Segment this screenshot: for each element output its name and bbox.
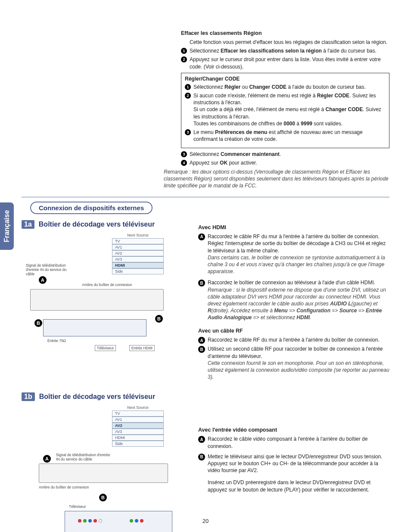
bullet-a-icon: A bbox=[198, 337, 205, 344]
code-step-2: 2 Si aucun code n'existe, l'élément de m… bbox=[185, 92, 386, 127]
marker-a-icon: A bbox=[43, 455, 51, 463]
section-heading: Connexion de dispositifs externes bbox=[30, 202, 153, 214]
code-box-title: Régler/Changer CODE bbox=[185, 76, 386, 82]
subsection-1a-header: 1a Boîtier de décodage vers téléviseur bbox=[22, 220, 185, 229]
bullet-2-icon: 2 bbox=[181, 56, 187, 62]
source-header: Next Source bbox=[112, 233, 164, 237]
rf-step-b: B Utilisez un second câble RF pour racco… bbox=[198, 345, 389, 380]
connector-panel-2 bbox=[39, 464, 168, 483]
bullet-icon: 2 bbox=[185, 93, 191, 99]
source-item: AV3 bbox=[112, 429, 164, 435]
connector-panel bbox=[30, 289, 164, 311]
step-2-text: Appuyez sur le curseur droit pour entrer… bbox=[190, 56, 389, 70]
source-item: AV1 bbox=[112, 244, 164, 250]
instructions-1a: Avec HDMI A Raccordez le câble RF du mur… bbox=[198, 220, 389, 382]
marker-b2-icon: B bbox=[34, 319, 42, 327]
rf-heading: Avec un câble RF bbox=[198, 328, 389, 334]
marker-b-icon: B bbox=[155, 315, 163, 323]
caption-back-panel: Arrière du boîtier de connexion bbox=[82, 283, 132, 287]
source-item-active: AV2 bbox=[112, 423, 164, 429]
source-list-1a: Next Source TV AV1 AV2 AV3 HDMI Side bbox=[112, 233, 164, 274]
source-item: Side bbox=[112, 268, 164, 274]
step-2: 2 Appuyez sur le curseur droit pour entr… bbox=[181, 56, 389, 70]
erase-region-heading: Effacer les classements Région bbox=[181, 30, 389, 36]
caption-tv-2: Téléviseur bbox=[69, 504, 86, 509]
bullet-a-icon: A bbox=[198, 233, 205, 240]
bullet-icon: 3 bbox=[185, 129, 191, 135]
caption-hdmi-in: Entrée HDMI bbox=[129, 345, 155, 351]
component-extra: Insérez un DVD préenregistré dans le lec… bbox=[208, 479, 389, 493]
code-step-3: 3 Le menu Préférences de menu est affich… bbox=[185, 129, 386, 143]
bullet-4-icon: 4 bbox=[181, 160, 187, 166]
bullet-3-icon: 3 bbox=[181, 151, 187, 157]
subsection-1b-header: 1b Boîtier de décodage vers téléviseur bbox=[22, 392, 185, 401]
code-step-1: 1 Sélectionnez Régler ou Changer CODE à … bbox=[185, 84, 386, 90]
source-item: AV2 bbox=[112, 250, 164, 256]
title-1b: Boîtier de décodage vers téléviseur bbox=[39, 393, 155, 401]
caption-signal-2: Signal de télédistribution d'entrée IN d… bbox=[56, 453, 112, 461]
badge-1b: 1b bbox=[22, 392, 35, 401]
component-heading: Avec l'entrée vidéo composant bbox=[198, 427, 389, 433]
top-content: Effacer les classements Région Cette fon… bbox=[181, 30, 389, 189]
source-header: Next Source bbox=[112, 405, 164, 410]
tv-panel bbox=[43, 319, 146, 336]
step-1: 1 Sélectionnez Effacer les classificatio… bbox=[181, 47, 389, 54]
bullet-b-icon: B bbox=[198, 454, 205, 460]
diagram-1b: Next Source TV AV1 AV2 AV3 HDMI Side A S… bbox=[26, 405, 172, 532]
remark-note: Remarque : les deux options ci-dessus (V… bbox=[164, 168, 389, 190]
page-number: 20 bbox=[0, 518, 411, 524]
code-box: Régler/Changer CODE 1 Sélectionnez Régle… bbox=[181, 73, 389, 149]
caption-signal: Signal de télédistribution d'entrée IN d… bbox=[26, 263, 73, 276]
instructions-1b: Avec l'entrée vidéo composant A Raccorde… bbox=[198, 392, 389, 495]
bullet-b-icon: B bbox=[198, 280, 205, 286]
bullet-b-icon: B bbox=[198, 346, 205, 353]
source-item: AV3 bbox=[112, 256, 164, 262]
language-tab: Française bbox=[0, 202, 14, 250]
marker-a-icon: A bbox=[39, 276, 47, 284]
source-item: TV bbox=[112, 238, 164, 244]
source-item: TV bbox=[112, 411, 164, 417]
hdmi-step-a: A Raccordez le câble RF du mur à l'entré… bbox=[198, 233, 389, 275]
caption-entry-75: Entrée 75Ω bbox=[47, 339, 66, 343]
source-item: HDMI bbox=[112, 435, 164, 441]
caption-tv: Téléviseur bbox=[95, 345, 116, 351]
title-1a: Boîtier de décodage vers téléviseur bbox=[39, 221, 155, 228]
diagram-1a: Next Source TV AV1 AV2 AV3 HDMI Side Sig… bbox=[26, 233, 172, 358]
rf-step-a: A Raccordez le câble RF du mur à l'entré… bbox=[198, 336, 389, 344]
step-1-text: Sélectionnez Effacer les classifications… bbox=[190, 47, 389, 54]
bullet-a-icon: A bbox=[198, 436, 205, 443]
step-3: 3 Sélectionnez Commencer maintenant. bbox=[181, 151, 389, 158]
badge-1a: 1a bbox=[22, 220, 34, 229]
caption-back-panel-2: Arrière du boîtier de connexion bbox=[39, 485, 89, 489]
source-item: AV1 bbox=[112, 417, 164, 423]
erase-region-intro: Cette fonction vous permet d'effacer tou… bbox=[190, 39, 389, 46]
component-step-a: A Raccordez le câble vidéo composant à l… bbox=[198, 436, 389, 449]
source-item: Side bbox=[112, 441, 164, 447]
source-list-1b: Next Source TV AV1 AV2 AV3 HDMI Side bbox=[112, 405, 164, 447]
language-tab-label: Française bbox=[3, 210, 11, 243]
hdmi-step-b: B Raccordez le boîtier de connexion au t… bbox=[198, 279, 389, 321]
source-item-active: HDMI bbox=[112, 262, 164, 268]
component-step-b: B Mettez le téléviseur ainsi que le lect… bbox=[198, 453, 389, 474]
bullet-icon: 1 bbox=[185, 84, 191, 90]
marker-b-icon: B bbox=[99, 494, 107, 501]
step-4: 4 Appuyez sur OK pour activer. bbox=[181, 159, 389, 166]
bullet-1-icon: 1 bbox=[181, 48, 187, 54]
hdmi-heading: Avec HDMI bbox=[198, 224, 389, 230]
divider bbox=[22, 197, 389, 197]
